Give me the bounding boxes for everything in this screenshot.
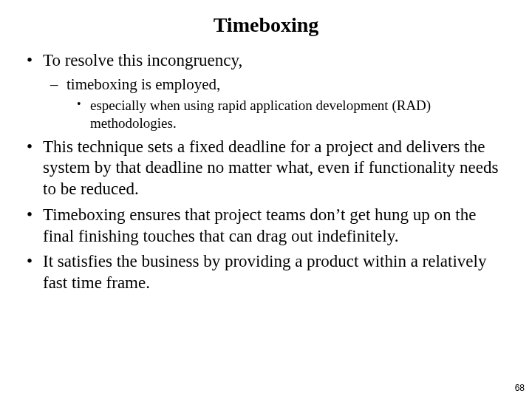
bullet-item: To resolve this incongruency, timeboxing… bbox=[22, 50, 510, 132]
slide-body: To resolve this incongruency, timeboxing… bbox=[0, 44, 532, 294]
bullet-list: To resolve this incongruency, timeboxing… bbox=[22, 50, 510, 294]
bullet-text: To resolve this incongruency, bbox=[43, 51, 242, 69]
page-number: 68 bbox=[515, 383, 525, 393]
bullet-text: This technique sets a fixed deadline for… bbox=[43, 137, 498, 199]
bullet-text: especially when using rapid application … bbox=[90, 98, 431, 131]
bullet-text: Timeboxing ensures that project teams do… bbox=[43, 205, 476, 245]
bullet-text: timeboxing is employed, bbox=[66, 75, 220, 93]
bullet-sublist: especially when using rapid application … bbox=[66, 97, 510, 132]
bullet-item: Timeboxing ensures that project teams do… bbox=[22, 205, 510, 248]
bullet-item: timeboxing is employed, especially when … bbox=[47, 75, 510, 132]
bullet-item: It satisfies the business by providing a… bbox=[22, 251, 510, 294]
slide-title: Timeboxing bbox=[0, 0, 532, 44]
bullet-item: especially when using rapid application … bbox=[74, 97, 510, 132]
bullet-sublist: timeboxing is employed, especially when … bbox=[43, 75, 510, 132]
bullet-item: This technique sets a fixed deadline for… bbox=[22, 137, 510, 200]
slide: Timeboxing To resolve this incongruency,… bbox=[0, 0, 532, 399]
bullet-text: It satisfies the business by providing a… bbox=[43, 252, 486, 292]
